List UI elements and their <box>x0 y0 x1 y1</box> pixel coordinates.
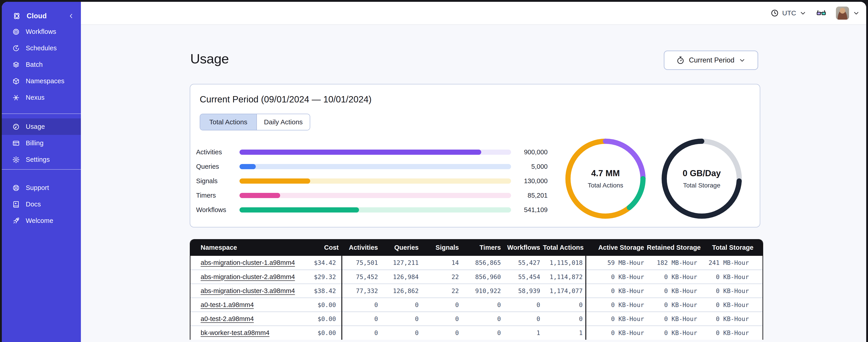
usage-bar-row: Signals130,000 <box>196 174 548 188</box>
table-cell: 0 <box>381 326 421 340</box>
table-cell: 0 <box>342 298 381 312</box>
content-area: Usage Current Period Current Period (09/… <box>81 25 866 342</box>
table-cell: 0 <box>342 312 381 326</box>
table-cell: 14 <box>421 256 462 270</box>
clock-icon <box>770 9 779 18</box>
table-cell: 0 KB-Hour <box>700 284 763 298</box>
support-icon <box>12 184 20 192</box>
column-header: Active Storage <box>586 239 647 256</box>
usage-icon <box>12 123 20 131</box>
welcome-icon <box>12 217 20 225</box>
table-cell: 0 <box>421 326 462 340</box>
sidebar-item-schedules[interactable]: Schedules <box>2 40 81 57</box>
table-cell: 856,865 <box>462 256 504 270</box>
table-cell: 0 KB-Hour <box>586 312 647 326</box>
namespace-link[interactable]: a0-test-2.a98mm4 <box>200 315 254 322</box>
bar-value: 130,000 <box>511 177 548 185</box>
table-row: a0-test-1.a98mm4$0.000000000 KB-Hour0 KB… <box>190 298 763 312</box>
namespace-cell: bk-worker-test.a98mm4 <box>190 326 286 340</box>
namespace-cell: abs-migration-cluster-3.a98mm4 <box>190 284 286 298</box>
schedules-icon <box>12 44 20 52</box>
table-cell: 0 KB-Hour <box>700 312 763 326</box>
table-cell: 0 <box>504 312 543 326</box>
docs-icon <box>12 201 20 208</box>
table-cell: 0 <box>462 326 504 340</box>
bar-fill <box>240 193 280 198</box>
table-cell: $0.00 <box>286 312 342 326</box>
donut-center: 0 GB/Day Total Storage <box>660 137 744 220</box>
total-actions-donut: 4.7 MM Total Actions <box>564 137 647 220</box>
avatar[interactable] <box>836 6 849 20</box>
brand-label: Cloud <box>27 12 68 20</box>
bar-track <box>240 164 511 169</box>
sidebar-item-settings[interactable]: Settings <box>2 151 81 168</box>
sidebar-item-workflows[interactable]: Workflows <box>2 24 81 40</box>
billing-icon <box>12 139 20 147</box>
column-header: Queries <box>381 239 421 256</box>
tab-total-actions[interactable]: Total Actions <box>200 114 257 130</box>
page-title: Usage <box>190 51 229 67</box>
donut-center: 4.7 MM Total Actions <box>564 137 647 220</box>
sidebar-item-label: Schedules <box>26 44 57 52</box>
table-cell: 75,501 <box>342 256 381 270</box>
sidebar-item-welcome[interactable]: Welcome <box>2 212 81 229</box>
table-cell: $0.00 <box>286 326 342 340</box>
bar-value: 5,000 <box>511 163 548 170</box>
workflows-icon <box>12 28 20 36</box>
column-header: Retained Storage <box>647 239 700 256</box>
bar-fill <box>240 149 481 155</box>
sidebar-item-batch[interactable]: Batch <box>2 57 81 73</box>
usage-summary-card: Current Period (09/01/2024 — 10/01/2024)… <box>190 84 760 228</box>
sidebar-item-docs[interactable]: Docs <box>2 196 81 212</box>
usage-bar-row: Workflows541,109 <box>196 203 548 217</box>
collapse-sidebar-icon[interactable] <box>68 13 74 20</box>
bar-fill <box>240 178 310 184</box>
namespaces-icon <box>12 77 20 85</box>
nexus-icon <box>12 94 20 102</box>
column-header: Cost <box>286 239 342 256</box>
column-header: Signals <box>421 239 462 256</box>
tab-daily-actions[interactable]: Daily Actions <box>257 114 310 130</box>
table-cell: 241 MB-Hour <box>700 256 763 270</box>
table-cell: 59 MB-Hour <box>586 256 647 270</box>
namespace-link[interactable]: abs-migration-cluster-2.a98mm4 <box>200 273 295 280</box>
table-cell: 0 <box>381 312 421 326</box>
table-cell: 0 KB-Hour <box>647 312 700 326</box>
namespace-cell: abs-migration-cluster-1.a98mm4 <box>190 256 286 270</box>
donut-value: 4.7 MM <box>591 169 620 178</box>
bar-label: Activities <box>196 148 240 156</box>
table-cell: 1 <box>504 326 543 340</box>
timezone-selector[interactable]: UTC <box>770 9 807 18</box>
glasses-icon[interactable] <box>816 8 827 18</box>
table-cell: 0 KB-Hour <box>647 298 700 312</box>
bar-label: Queries <box>196 163 240 170</box>
column-header: Namespace <box>190 239 286 256</box>
settings-icon <box>12 156 20 164</box>
period-selector-button[interactable]: Current Period <box>664 50 758 70</box>
bar-value: 85,201 <box>511 192 548 199</box>
sidebar: Cloud Workflows Schedules Batch <box>2 2 81 342</box>
sidebar-item-label: Support <box>26 184 49 192</box>
sidebar-item-usage[interactable]: Usage <box>2 118 81 135</box>
sidebar-divider <box>2 169 81 170</box>
namespace-link[interactable]: abs-migration-cluster-3.a98mm4 <box>200 287 295 295</box>
table-cell: 910,922 <box>462 284 504 298</box>
table-cell: 0 KB-Hour <box>647 270 700 284</box>
sidebar-brand: Cloud <box>2 8 81 24</box>
namespace-link[interactable]: a0-test-1.a98mm4 <box>200 301 254 308</box>
sidebar-item-namespaces[interactable]: Namespaces <box>2 73 81 89</box>
donut-value: 0 GB/Day <box>683 169 721 178</box>
table-cell: 55,454 <box>504 270 543 284</box>
table-cell: 22 <box>421 284 462 298</box>
table-cell: 0 KB-Hour <box>586 284 647 298</box>
card-heading: Current Period (09/01/2024 — 10/01/2024) <box>200 94 372 104</box>
account-menu[interactable] <box>836 6 860 20</box>
sidebar-item-nexus[interactable]: Nexus <box>2 89 81 106</box>
stopwatch-icon <box>676 56 685 65</box>
sidebar-item-support[interactable]: Support <box>2 179 81 196</box>
namespace-link[interactable]: bk-worker-test.a98mm4 <box>200 329 270 336</box>
bar-fill <box>240 207 359 212</box>
namespace-link[interactable]: abs-migration-cluster-1.a98mm4 <box>200 259 295 266</box>
sidebar-item-billing[interactable]: Billing <box>2 135 81 151</box>
timezone-label: UTC <box>782 9 796 17</box>
